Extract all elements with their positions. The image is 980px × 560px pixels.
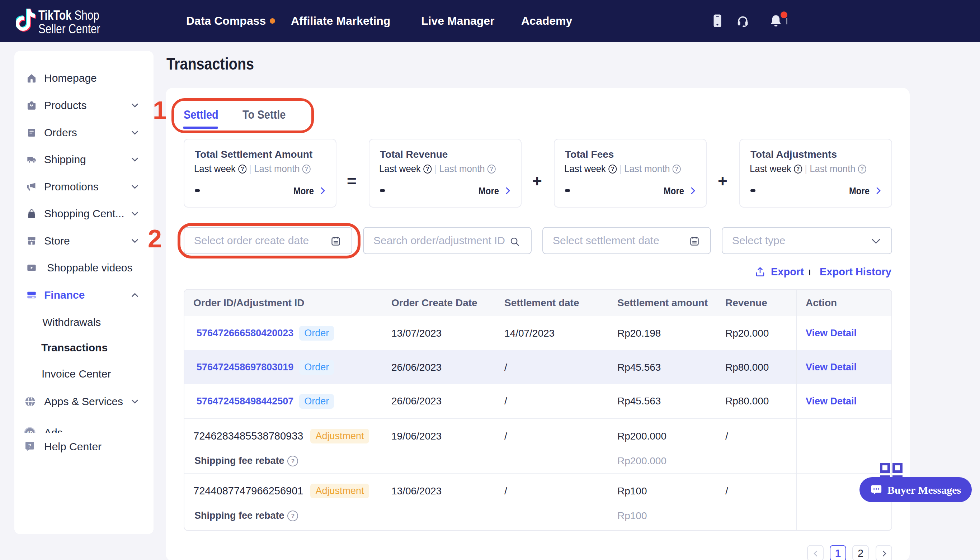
svg-text:?: ? bbox=[28, 443, 32, 448]
